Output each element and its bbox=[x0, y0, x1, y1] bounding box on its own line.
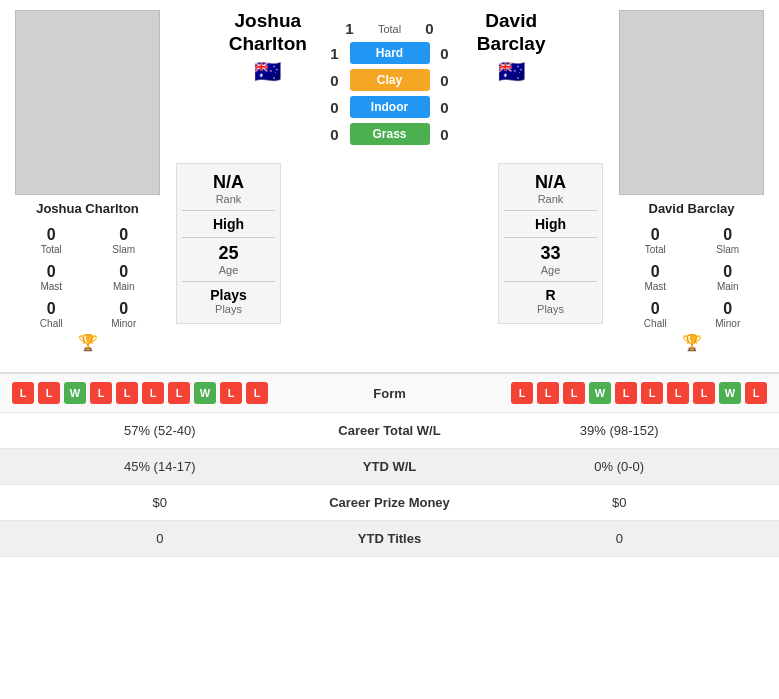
left-total-label: Total bbox=[41, 244, 62, 255]
center-column: Joshua Charlton 🇦🇺 1 Total 0 1 H bbox=[171, 10, 608, 324]
stats-left-3: 0 bbox=[20, 531, 300, 546]
left-mast-label: Mast bbox=[40, 281, 62, 292]
left-player-block: Joshua Charlton 0 Total 0 Slam 0 Mast 0 … bbox=[10, 10, 165, 352]
left-main-value: 0 bbox=[119, 263, 128, 281]
form-badge-l: L bbox=[168, 382, 190, 404]
left-player-photo bbox=[15, 10, 160, 195]
stats-rows-container: 57% (52-40)Career Total W/L39% (98-152)4… bbox=[0, 413, 779, 557]
total-left-score: 1 bbox=[341, 20, 359, 37]
form-badge-l: L bbox=[220, 382, 242, 404]
right-slam-label: Slam bbox=[716, 244, 739, 255]
total-label: Total bbox=[365, 23, 415, 35]
right-age-value: 33 bbox=[504, 243, 597, 264]
left-player-name: Joshua Charlton bbox=[36, 201, 139, 216]
left-form: LLWLLLLWLL bbox=[12, 382, 330, 404]
grass-badge: Grass bbox=[350, 123, 430, 145]
form-badge-w: W bbox=[64, 382, 86, 404]
left-plays-label: Plays bbox=[182, 303, 275, 315]
clay-left-score: 0 bbox=[326, 72, 344, 89]
left-mast-cell: 0 Mast bbox=[15, 259, 88, 296]
form-badge-l: L bbox=[745, 382, 767, 404]
form-badge-l: L bbox=[667, 382, 689, 404]
right-chall-value: 0 bbox=[651, 300, 660, 318]
form-badge-l: L bbox=[38, 382, 60, 404]
right-slam-cell: 0 Slam bbox=[692, 222, 765, 259]
form-badge-l: L bbox=[641, 382, 663, 404]
stats-left-1: 45% (14-17) bbox=[20, 459, 300, 474]
indoor-badge: Indoor bbox=[350, 96, 430, 118]
right-minor-label: Minor bbox=[715, 318, 740, 329]
right-plays-value: R bbox=[504, 287, 597, 303]
form-badge-l: L bbox=[90, 382, 112, 404]
stats-right-2: $0 bbox=[480, 495, 760, 510]
surface-scores: 1 Total 0 1 Hard 0 0 Clay 0 bbox=[360, 10, 420, 148]
stats-row-3: 0YTD Titles0 bbox=[0, 521, 779, 557]
right-player-block: David Barclay 0 Total 0 Slam 0 Mast 0 Ma… bbox=[614, 10, 769, 352]
left-main-cell: 0 Main bbox=[88, 259, 161, 296]
left-age-value: 25 bbox=[182, 243, 275, 264]
right-rank-value: N/A bbox=[504, 172, 597, 193]
stats-row-2: $0Career Prize Money$0 bbox=[0, 485, 779, 521]
left-slam-label: Slam bbox=[112, 244, 135, 255]
right-minor-value: 0 bbox=[723, 300, 732, 318]
right-chall-cell: 0 Chall bbox=[619, 296, 692, 333]
right-form: LLLWLLLLWL bbox=[450, 382, 768, 404]
right-slam-value: 0 bbox=[723, 226, 732, 244]
left-minor-cell: 0 Minor bbox=[88, 296, 161, 333]
form-badge-w: W bbox=[194, 382, 216, 404]
right-trophy-icon: 🏆 bbox=[682, 333, 702, 352]
left-high-value: High bbox=[182, 216, 275, 232]
form-badge-l: L bbox=[116, 382, 138, 404]
right-total-label: Total bbox=[645, 244, 666, 255]
stats-label-3: YTD Titles bbox=[300, 531, 480, 546]
form-badge-l: L bbox=[615, 382, 637, 404]
right-minor-cell: 0 Minor bbox=[692, 296, 765, 333]
hard-left-score: 1 bbox=[326, 45, 344, 62]
right-age-label: Age bbox=[504, 264, 597, 276]
stats-label-2: Career Prize Money bbox=[300, 495, 480, 510]
hard-badge: Hard bbox=[350, 42, 430, 64]
left-rank-value: N/A bbox=[182, 172, 275, 193]
left-slam-value: 0 bbox=[119, 226, 128, 244]
left-rank-label: Rank bbox=[182, 193, 275, 205]
left-mast-value: 0 bbox=[47, 263, 56, 281]
stats-row-1: 45% (14-17)YTD W/L0% (0-0) bbox=[0, 449, 779, 485]
stats-right-1: 0% (0-0) bbox=[480, 459, 760, 474]
right-main-label: Main bbox=[717, 281, 739, 292]
left-total-cell: 0 Total bbox=[15, 222, 88, 259]
left-stats-box: N/A Rank High 25 Age Plays Plays bbox=[176, 163, 281, 324]
stats-left-2: $0 bbox=[20, 495, 300, 510]
right-plays-label: Plays bbox=[504, 303, 597, 315]
stats-right-3: 0 bbox=[480, 531, 760, 546]
grass-right-score: 0 bbox=[436, 126, 454, 143]
page-container: Joshua Charlton 0 Total 0 Slam 0 Mast 0 … bbox=[0, 0, 779, 557]
form-badge-l: L bbox=[12, 382, 34, 404]
form-badge-l: L bbox=[142, 382, 164, 404]
form-badge-l: L bbox=[537, 382, 559, 404]
right-player-photo bbox=[619, 10, 764, 195]
right-player-name: David Barclay bbox=[649, 201, 735, 216]
left-chall-value: 0 bbox=[47, 300, 56, 318]
form-row: LLWLLLLWLL Form LLLWLLLLWL bbox=[0, 374, 779, 413]
right-player-flag: 🇦🇺 bbox=[419, 59, 603, 85]
right-high-value: High bbox=[504, 216, 597, 232]
left-age-label: Age bbox=[182, 264, 275, 276]
left-plays-value: Plays bbox=[182, 287, 275, 303]
right-player-header-name: David Barclay bbox=[419, 10, 603, 56]
stats-boxes-row: N/A Rank High 25 Age Plays Plays N/A Ran… bbox=[176, 157, 603, 324]
right-main-value: 0 bbox=[723, 263, 732, 281]
form-badge-w: W bbox=[589, 382, 611, 404]
left-main-label: Main bbox=[113, 281, 135, 292]
right-rank-label: Rank bbox=[504, 193, 597, 205]
form-badge-w: W bbox=[719, 382, 741, 404]
form-badge-l: L bbox=[511, 382, 533, 404]
form-badge-l: L bbox=[563, 382, 585, 404]
form-badge-l: L bbox=[693, 382, 715, 404]
stats-right-0: 39% (98-152) bbox=[480, 423, 760, 438]
form-label: Form bbox=[330, 386, 450, 401]
right-chall-label: Chall bbox=[644, 318, 667, 329]
grass-left-score: 0 bbox=[326, 126, 344, 143]
left-minor-value: 0 bbox=[119, 300, 128, 318]
left-trophy-icon: 🏆 bbox=[78, 333, 98, 352]
bottom-section: LLWLLLLWLL Form LLLWLLLLWL 57% (52-40)Ca… bbox=[0, 372, 779, 557]
